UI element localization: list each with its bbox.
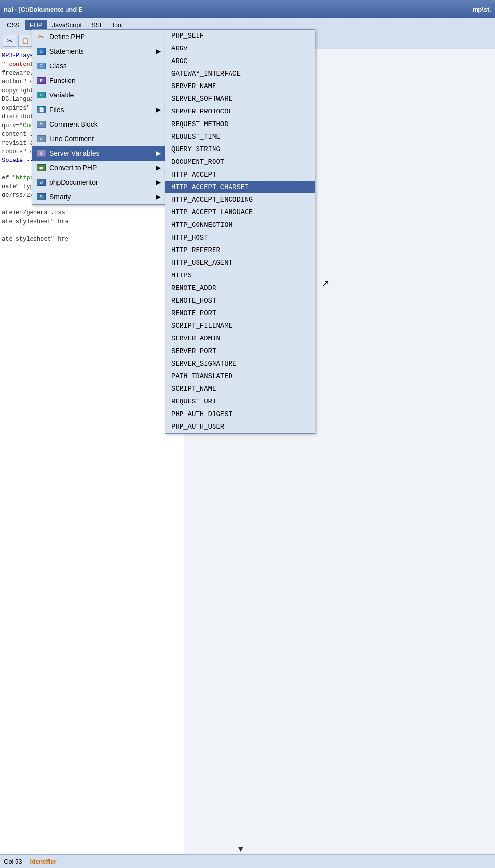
server-variables-arrow: ▶ [156, 150, 161, 157]
menu-item-files-label: Files [50, 106, 64, 113]
status-col: Col 53 [4, 858, 22, 865]
server-variables-icon: $ [36, 149, 47, 158]
menu-css[interactable]: CSS [2, 20, 25, 30]
toolbar-btn-1[interactable]: ✂ [3, 35, 16, 47]
menu-item-server-variables-label: Server Variables [50, 149, 99, 157]
menu-item-statements-label: Statements [50, 48, 84, 55]
server-var-server-admin[interactable]: SERVER_ADMIN [165, 332, 315, 345]
server-var-script-filename[interactable]: SCRIPT_FILENAME [165, 320, 315, 332]
menu-item-line-comment[interactable]: // Line Comment [32, 131, 165, 146]
statements-icon: S [36, 47, 47, 56]
menu-item-files[interactable]: 📄 Files ▶ [32, 102, 165, 117]
menu-item-function[interactable]: F Function [32, 73, 165, 88]
menu-php[interactable]: PHP [25, 20, 48, 30]
server-var-http-accept[interactable]: HTTP_ACCEPT [165, 168, 315, 181]
menu-item-class-label: Class [50, 62, 66, 70]
line-comment-icon: // [36, 134, 47, 143]
function-icon: F [36, 76, 47, 85]
menu-item-convert-to-php[interactable]: ⇄ Convert to PHP ▶ [32, 161, 165, 175]
server-var-remote-port[interactable]: REMOTE_PORT [165, 307, 315, 320]
php-dropdown-menu: ✂ Define PHP S Statements ▶ C Class F Fu… [32, 29, 165, 205]
server-var-gateway-interface[interactable]: GATEWAY_INTERFACE [165, 67, 315, 80]
server-var-http-accept-encoding[interactable]: HTTP_ACCEPT_ENCODING [165, 193, 315, 206]
menu-item-line-comment-label: Line Comment [50, 135, 94, 143]
convert-icon: ⇄ [36, 163, 47, 172]
convert-arrow: ▶ [156, 164, 161, 171]
server-var-document-root[interactable]: DOCUMENT_ROOT [165, 156, 315, 168]
menu-ssi[interactable]: SSI [86, 20, 106, 30]
server-var-php-auth-user[interactable]: PHP_AUTH_USER [165, 420, 315, 433]
server-var-https[interactable]: HTTPS [165, 269, 315, 282]
menu-item-phpdocumentor[interactable]: D phpDocumentor ▶ [32, 175, 165, 190]
toolbar-btn-2[interactable]: 📋 [18, 35, 32, 47]
title-right: mp\st. [473, 6, 491, 13]
menu-item-comment-block-label: Comment Block [50, 120, 98, 128]
menu-item-server-variables[interactable]: $ Server Variables ▶ [32, 146, 165, 161]
server-var-remote-addr[interactable]: REMOTE_ADDR [165, 282, 315, 294]
code-line-21 [2, 226, 182, 235]
server-variables-submenu: PHP_SELF ARGV ARGC GATEWAY_INTERFACE SER… [165, 29, 315, 434]
phpdoc-icon: D [36, 178, 47, 187]
server-var-argc[interactable]: ARGC [165, 55, 315, 67]
server-var-request-time[interactable]: REQUEST_TIME [165, 130, 315, 143]
menu-javascript[interactable]: JavaScript [47, 20, 86, 30]
menu-item-class[interactable]: C Class [32, 59, 165, 73]
server-var-server-name[interactable]: SERVER_NAME [165, 80, 315, 93]
menu-item-phpdocumentor-label: phpDocumentor [50, 178, 98, 186]
comment-block-icon: /* [36, 120, 47, 129]
statements-arrow: ▶ [156, 48, 161, 55]
server-var-php-self[interactable]: PHP_SELF [165, 30, 315, 42]
server-var-http-user-agent[interactable]: HTTP_USER_AGENT [165, 257, 315, 269]
status-bar: Col 53 Identifier [0, 854, 495, 868]
variable-icon: V [36, 91, 47, 99]
scissors-icon: ✂ [36, 32, 47, 41]
menu-item-smarty-label: Smarty [50, 193, 71, 201]
title-text: nal - [C:\Dokumente und E [4, 6, 83, 13]
files-icon: 📄 [36, 105, 47, 114]
code-line-19: ateien/general.css" [2, 209, 182, 217]
server-var-request-uri[interactable]: REQUEST_URI [165, 395, 315, 408]
server-var-script-name[interactable]: SCRIPT_NAME [165, 383, 315, 395]
menu-item-function-label: Function [50, 77, 76, 84]
server-var-http-accept-charset[interactable]: HTTP_ACCEPT_CHARSET [165, 181, 315, 193]
server-var-server-protocol[interactable]: SERVER_PROTOCOL [165, 105, 315, 118]
menu-tool[interactable]: Tool [106, 20, 128, 30]
menu-item-convert-to-php-label: Convert to PHP [50, 164, 97, 172]
title-bar: nal - [C:\Dokumente und E mp\st. [0, 0, 495, 18]
server-var-http-connection[interactable]: HTTP_CONNECTION [165, 219, 315, 231]
server-var-request-method[interactable]: REQUEST_METHOD [165, 118, 315, 130]
menu-item-variable[interactable]: V Variable [32, 88, 165, 102]
server-var-http-referer[interactable]: HTTP_REFERER [165, 244, 315, 257]
menu-item-define-php-label: Define PHP [50, 33, 85, 41]
server-var-server-port[interactable]: SERVER_PORT [165, 345, 315, 357]
server-var-php-auth-digest[interactable]: PHP_AUTH_DIGEST [165, 408, 315, 420]
menu-item-statements[interactable]: S Statements ▶ [32, 44, 165, 59]
phpdoc-arrow: ▶ [156, 179, 161, 186]
server-var-path-translated[interactable]: PATH_TRANSLATED [165, 370, 315, 383]
server-var-server-software[interactable]: SERVER_SOFTWARE [165, 93, 315, 105]
smarty-arrow: ▶ [156, 193, 161, 200]
code-line-22: ate stylesheet" hre [2, 235, 182, 243]
files-arrow: ▶ [156, 106, 161, 113]
menu-item-smarty[interactable]: S Smarty ▶ [32, 190, 165, 204]
server-var-server-signature[interactable]: SERVER_SIGNATURE [165, 357, 315, 370]
menu-item-variable-label: Variable [50, 91, 74, 99]
class-icon: C [36, 62, 47, 70]
status-identifier: Identifier [30, 858, 57, 865]
smarty-icon: S [36, 193, 47, 201]
server-var-http-accept-language[interactable]: HTTP_ACCEPT_LANGUAGE [165, 206, 315, 219]
server-var-remote-host[interactable]: REMOTE_HOST [165, 294, 315, 307]
menu-item-define-php[interactable]: ✂ Define PHP [32, 30, 165, 44]
menu-item-comment-block[interactable]: /* Comment Block [32, 117, 165, 131]
server-var-http-host[interactable]: HTTP_HOST [165, 231, 315, 244]
server-var-query-string[interactable]: QUERY_STRING [165, 143, 315, 156]
scroll-down-indicator[interactable]: ▼ [237, 845, 245, 853]
server-var-argv[interactable]: ARGV [165, 42, 315, 55]
code-line-20: ate stylesheet" hre [2, 217, 182, 226]
